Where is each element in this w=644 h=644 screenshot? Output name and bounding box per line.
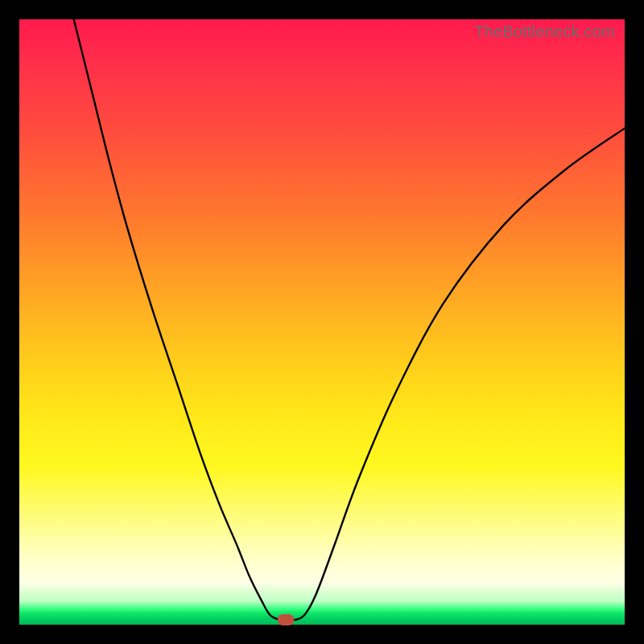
chart-frame: TheBottleneck.com xyxy=(0,0,644,644)
optimal-point-marker xyxy=(277,614,294,625)
plot-area: TheBottleneck.com xyxy=(19,19,625,625)
bottleneck-curve xyxy=(19,19,625,625)
